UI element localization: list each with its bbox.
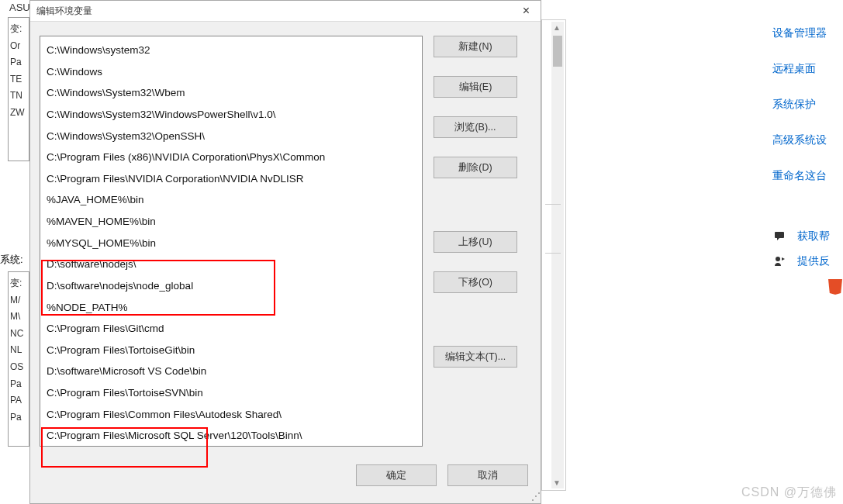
list-item[interactable]: C:\Program Files\TortoiseSVN\bin [40,382,422,404]
delete-button[interactable]: 删除(D) [434,157,517,178]
feedback-icon [774,255,786,268]
list-item[interactable]: C:\Program Files\TortoiseGit\bin [40,340,422,361]
new-button[interactable]: 新建(N) [434,36,517,57]
browse-button[interactable]: 浏览(B)... [434,116,517,138]
list-item[interactable]: D:\software\nodejs\node_global [40,275,422,297]
move-up-button[interactable]: 上移(U) [434,231,517,253]
svg-point-0 [776,257,780,261]
edit-env-dialog: 编辑环境变量 × C:\Windows\system32 C:\Windows … [29,0,541,504]
cancel-button[interactable]: 取消 [447,464,528,486]
link-rename-pc[interactable]: 重命名这台 [772,169,842,183]
link-feedback[interactable]: 提供反 [797,254,830,268]
resize-grip-icon[interactable]: ⋰ [531,491,539,502]
link-advanced-settings[interactable]: 高级系统设 [772,133,842,147]
bg-labels-1: 变: Or Pa TE TN ZW [9,18,29,122]
list-item[interactable]: D:\software\nodejs\ [40,254,422,275]
edit-button[interactable]: 编辑(E) [434,76,517,98]
list-item[interactable]: %MYSQL_HOME%\bin [40,233,422,254]
edit-text-button[interactable]: 编辑文本(T)... [434,346,517,368]
link-get-help[interactable]: 获取帮 [797,230,830,243]
move-down-button[interactable]: 下移(O) [434,271,517,293]
scrollbar[interactable] [551,22,564,488]
link-device-manager[interactable]: 设备管理器 [772,26,842,40]
list-item[interactable]: C:\Windows\system32 [40,40,422,61]
bg-box-top: 变: Or Pa TE TN ZW [8,17,29,161]
list-item[interactable]: %NODE_PATH% [40,297,422,319]
close-icon[interactable]: × [518,4,534,18]
bg-right-panel [541,19,566,491]
link-remote-desktop[interactable]: 远程桌面 [772,62,842,76]
scrollbar-thumb[interactable] [553,36,562,67]
link-system-protection[interactable]: 系统保护 [772,98,842,112]
list-item[interactable]: C:\Program Files\Common Files\Autodesk S… [40,404,422,426]
list-item[interactable]: C:\Windows\System32\Wbem [40,82,422,104]
list-item[interactable]: C:\Program Files\NVIDIA Corporation\NVID… [40,168,422,190]
bg-labels-2: 变: M/ M\ NC NL OS Pa PA Pa [9,272,29,426]
bg-asus-label: ASU [9,2,30,13]
button-column: 新建(N) 编辑(E) 浏览(B)... 删除(D) 上移(U) 下移(O) 编… [434,36,525,447]
separator [545,204,561,205]
separator [545,253,561,254]
list-item[interactable]: %JAVA_HOME%\bin [40,189,422,211]
list-item[interactable]: D:\software\Microsoft VS Code\bin [40,361,422,382]
chat-icon [774,230,786,243]
list-item[interactable]: C:\Windows\System32\WindowsPowerShell\v1… [40,104,422,126]
list-item[interactable]: C:\Windows\System32\OpenSSH\ [40,126,422,147]
help-links: 获取帮 提供反 [774,230,830,268]
path-listbox[interactable]: C:\Windows\system32 C:\Windows C:\Window… [40,36,423,447]
html5-icon [828,279,842,295]
ok-button[interactable]: 确定 [356,464,437,486]
bg-box-bottom: 变: M/ M\ NC NL OS Pa PA Pa [8,271,29,447]
list-item[interactable]: %MAVEN_HOME%\bin [40,211,422,233]
bg-sys-label: 系统: [0,253,29,267]
dialog-title-text: 编辑环境变量 [36,5,92,18]
list-item[interactable]: C:\Program Files\Microsoft SQL Server\12… [40,425,422,447]
list-item[interactable]: C:\Program Files\Git\cmd [40,318,422,340]
list-item[interactable]: C:\Windows [40,61,422,83]
watermark: CSDN @万德佛 [741,485,837,501]
related-links: 设备管理器 远程桌面 系统保护 高级系统设 重命名这台 [772,26,842,183]
dialog-titlebar: 编辑环境变量 × [30,1,541,22]
list-item[interactable]: C:\Program Files (x86)\NVIDIA Corporatio… [40,147,422,168]
